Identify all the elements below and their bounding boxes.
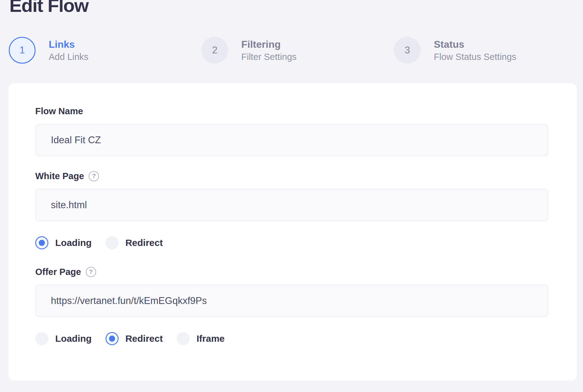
radio-circle-selected-icon[interactable]: [35, 236, 48, 249]
step-text: Links Add Links: [49, 39, 88, 62]
radio-dot: [109, 336, 115, 342]
offer-page-label: Offer Page: [35, 267, 81, 277]
radio-circle-icon[interactable]: [105, 236, 119, 249]
step-title: Links: [49, 39, 88, 50]
radio-option-iframe[interactable]: Iframe: [177, 332, 225, 345]
step-title: Status: [434, 39, 516, 50]
step-subtitle: Filter Settings: [241, 52, 296, 62]
white-page-input[interactable]: [35, 189, 548, 221]
white-page-label-row: White Page ?: [35, 171, 548, 181]
offer-page-label-row: Offer Page ?: [35, 267, 548, 277]
step-links[interactable]: 1 Links Add Links: [9, 37, 201, 64]
radio-dot: [39, 240, 45, 246]
radio-option-loading[interactable]: Loading: [35, 332, 92, 345]
step-number-badge: 2: [201, 37, 228, 64]
flow-form-card: Flow Name White Page ? Loading Redirect …: [8, 83, 577, 380]
radio-option-redirect[interactable]: Redirect: [105, 236, 163, 249]
step-subtitle: Add Links: [49, 52, 88, 62]
flow-name-label-row: Flow Name: [35, 106, 548, 116]
offer-page-input[interactable]: [35, 285, 548, 317]
step-status[interactable]: 3 Status Flow Status Settings: [394, 37, 583, 64]
radio-circle-icon[interactable]: [35, 332, 48, 345]
help-icon[interactable]: ?: [86, 267, 96, 277]
step-number-badge: 1: [9, 37, 36, 64]
radio-label: Redirect: [125, 333, 163, 344]
step-text: Filtering Filter Settings: [241, 39, 296, 62]
edit-flow-page: Edit Flow 1 Links Add Links 2 Filtering …: [0, 0, 583, 392]
radio-option-redirect[interactable]: Redirect: [105, 332, 163, 345]
radio-option-loading[interactable]: Loading: [35, 236, 92, 249]
step-title: Filtering: [241, 39, 296, 50]
radio-label: Loading: [55, 238, 92, 248]
step-text: Status Flow Status Settings: [434, 39, 516, 62]
step-subtitle: Flow Status Settings: [434, 52, 516, 62]
radio-circle-selected-icon[interactable]: [105, 332, 119, 345]
white-page-mode-group: Loading Redirect: [35, 236, 548, 249]
flow-name-input[interactable]: [35, 124, 548, 156]
radio-label: Iframe: [197, 333, 225, 344]
radio-circle-icon[interactable]: [177, 332, 190, 345]
white-page-label: White Page: [35, 171, 84, 181]
page-title: Edit Flow: [9, 0, 583, 15]
radio-label: Redirect: [125, 238, 163, 248]
offer-page-mode-group: Loading Redirect Iframe: [35, 332, 548, 345]
stepper: 1 Links Add Links 2 Filtering Filter Set…: [9, 37, 583, 64]
step-filtering[interactable]: 2 Filtering Filter Settings: [201, 37, 394, 64]
flow-name-label: Flow Name: [35, 106, 83, 116]
radio-label: Loading: [55, 333, 92, 344]
help-icon[interactable]: ?: [89, 171, 99, 181]
step-number-badge: 3: [394, 37, 421, 64]
